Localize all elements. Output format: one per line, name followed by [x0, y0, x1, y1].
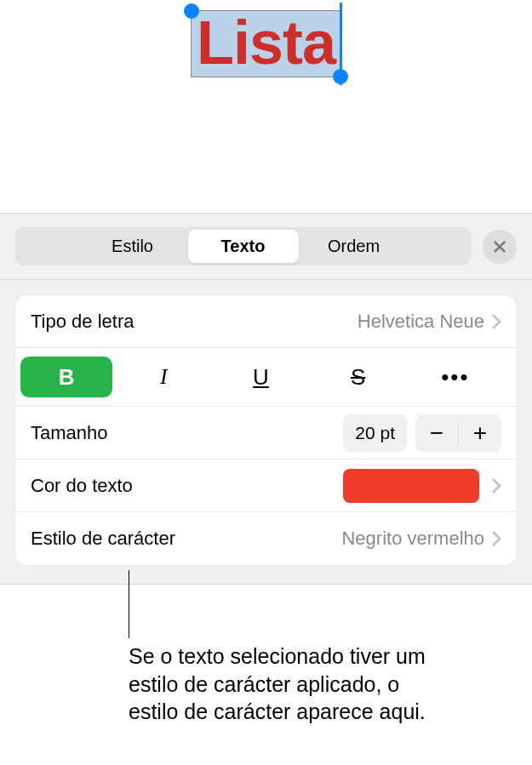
- chevron-right-icon: [491, 313, 501, 330]
- text-color-row[interactable]: Cor do texto: [15, 460, 517, 512]
- character-style-label: Estilo de carácter: [31, 528, 341, 550]
- character-style-value: Negrito vermelho: [341, 528, 484, 550]
- font-row[interactable]: Tipo de letra Helvetica Neue: [15, 295, 517, 348]
- selected-textbox[interactable]: Lista: [191, 10, 341, 77]
- tab-style[interactable]: Estilo: [77, 230, 188, 263]
- size-label: Tamanho: [31, 422, 343, 444]
- italic-button[interactable]: I: [117, 357, 209, 397]
- selected-text[interactable]: Lista: [197, 12, 335, 73]
- font-value: Helvetica Neue: [358, 311, 484, 333]
- more-styles-button[interactable]: •••: [409, 357, 501, 397]
- text-color-swatch[interactable]: [343, 469, 479, 503]
- strikethrough-button[interactable]: S: [312, 357, 404, 397]
- close-icon: [492, 239, 507, 254]
- tab-text[interactable]: Texto: [188, 230, 299, 263]
- panel-header: Estilo Texto Ordem: [0, 214, 532, 280]
- selection-handle-top-left[interactable]: [184, 3, 199, 19]
- close-button[interactable]: [483, 230, 517, 264]
- size-field[interactable]: 20 pt: [343, 414, 407, 452]
- size-row: Tamanho 20 pt − +: [15, 407, 517, 460]
- font-label: Tipo de letra: [31, 311, 358, 333]
- format-panel: Estilo Texto Ordem Tipo de letra Helveti…: [0, 213, 532, 585]
- size-stepper: − +: [415, 414, 501, 452]
- chevron-right-icon: [491, 530, 501, 547]
- callout-line: [129, 570, 129, 638]
- text-settings-card: Tipo de letra Helvetica Neue B I U S •••…: [15, 295, 517, 565]
- text-cursor: [340, 3, 342, 85]
- callout-text: Se o texto selecionado tiver um estilo d…: [129, 642, 443, 726]
- underline-button[interactable]: U: [215, 357, 306, 397]
- text-style-row: B I U S •••: [15, 348, 517, 407]
- character-style-row[interactable]: Estilo de carácter Negrito vermelho: [15, 512, 517, 565]
- panel-tabs: Estilo Texto Ordem: [15, 227, 471, 265]
- bold-button[interactable]: B: [20, 357, 112, 397]
- tab-order[interactable]: Ordem: [299, 230, 409, 263]
- size-increase-button[interactable]: +: [459, 414, 501, 452]
- text-color-label: Cor do texto: [31, 475, 343, 497]
- chevron-right-icon: [491, 477, 501, 494]
- canvas-area: Lista: [0, 0, 532, 213]
- size-decrease-button[interactable]: −: [415, 414, 458, 452]
